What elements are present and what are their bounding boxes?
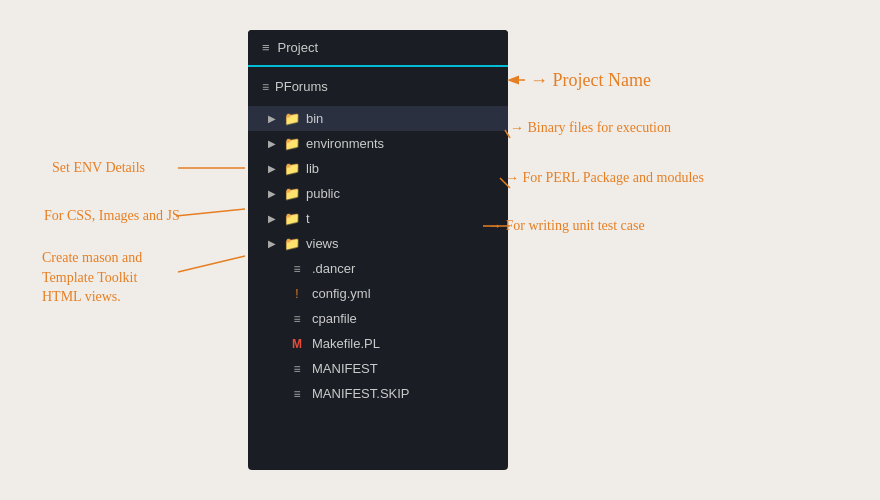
chevron-right-icon: ▶ [268, 138, 278, 149]
annotation-create-mason: Create mason andTemplate ToolkitHTML vie… [42, 248, 222, 307]
file-name: Makefile.PL [312, 336, 380, 351]
file-icon: ≡ [290, 362, 304, 376]
folder-name: environments [306, 136, 384, 151]
makefile-icon: M [290, 337, 304, 351]
file-name: .dancer [312, 261, 355, 276]
tree-root-name: PForums [275, 79, 328, 94]
file-name: config.yml [312, 286, 371, 301]
tree-root-icon: ≡ [262, 80, 269, 94]
panel-header-title: Project [278, 40, 318, 55]
annotation-project-name: → Project Name [530, 68, 651, 93]
file-item-dancer[interactable]: ≡ .dancer [248, 256, 508, 281]
chevron-right-icon: ▶ [268, 238, 278, 249]
folder-icon: 📁 [284, 136, 300, 151]
chevron-right-icon: ▶ [268, 188, 278, 199]
chevron-right-icon: ▶ [268, 213, 278, 224]
folder-name: bin [306, 111, 323, 126]
panel-header-icon: ≡ [262, 40, 270, 55]
folder-name: views [306, 236, 339, 251]
file-name: MANIFEST.SKIP [312, 386, 410, 401]
folder-icon: 📁 [284, 211, 300, 226]
file-item-makefile[interactable]: M Makefile.PL [248, 331, 508, 356]
annotation-unit-test: → For writing unit test case [488, 216, 645, 236]
folder-icon: 📁 [284, 186, 300, 201]
file-item-config[interactable]: ! config.yml [248, 281, 508, 306]
annotation-set-env: Set ENV Details [52, 158, 145, 178]
tree-item-views[interactable]: ▶ 📁 views [248, 231, 508, 256]
annotation-perl-packages: → For PERL Package and modules [505, 168, 704, 188]
tree-item-t[interactable]: ▶ 📁 t [248, 206, 508, 231]
file-icon: ≡ [290, 312, 304, 326]
file-tree-panel: ≡ Project ≡ PForums ▶ 📁 bin ▶ 📁 environm… [248, 30, 508, 470]
tree-item-bin[interactable]: ▶ 📁 bin [248, 106, 508, 131]
file-name: cpanfile [312, 311, 357, 326]
folder-icon: 📁 [284, 161, 300, 176]
file-item-manifest-skip[interactable]: ≡ MANIFEST.SKIP [248, 381, 508, 406]
tree-item-lib[interactable]: ▶ 📁 lib [248, 156, 508, 181]
file-item-manifest[interactable]: ≡ MANIFEST [248, 356, 508, 381]
chevron-right-icon: ▶ [268, 163, 278, 174]
folder-name: t [306, 211, 310, 226]
file-item-cpanfile[interactable]: ≡ cpanfile [248, 306, 508, 331]
tree-root-section: ≡ PForums [248, 67, 508, 106]
exclamation-icon: ! [290, 287, 304, 301]
annotation-css-images: For CSS, Images and JS [44, 206, 180, 226]
file-name: MANIFEST [312, 361, 378, 376]
folder-icon: 📁 [284, 111, 300, 126]
svg-line-4 [176, 209, 245, 216]
folder-name: public [306, 186, 340, 201]
panel-header: ≡ Project [248, 30, 508, 67]
file-icon: ≡ [290, 387, 304, 401]
folder-name: lib [306, 161, 319, 176]
annotation-binary-files: → Binary files for execution [510, 118, 671, 138]
folder-icon: 📁 [284, 236, 300, 251]
chevron-right-icon: ▶ [268, 113, 278, 124]
file-icon: ≡ [290, 262, 304, 276]
tree-item-environments[interactable]: ▶ 📁 environments [248, 131, 508, 156]
tree-item-public[interactable]: ▶ 📁 public [248, 181, 508, 206]
tree-root-item[interactable]: ≡ PForums [248, 73, 508, 100]
